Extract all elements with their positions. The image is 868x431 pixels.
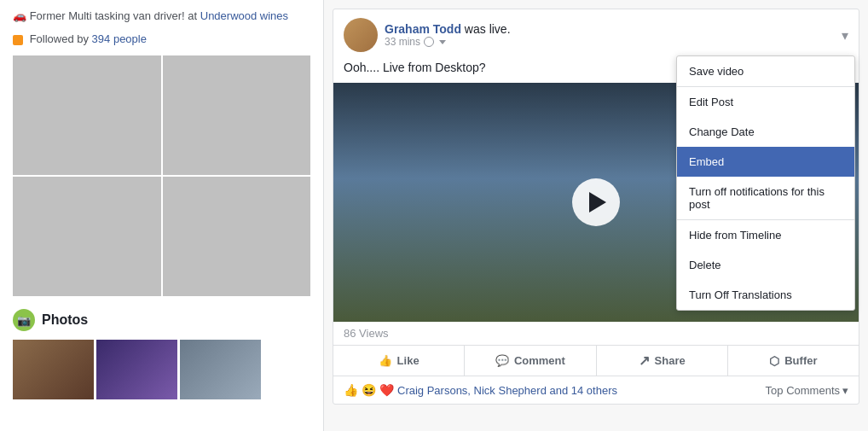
post-meta: Graham Todd was live. 33 mins xyxy=(385,22,842,48)
buffer-button[interactable]: Buffer xyxy=(728,346,859,376)
rss-icon xyxy=(13,35,23,45)
reactions-names[interactable]: Craig Parsons, Nick Shepherd and 14 othe… xyxy=(397,384,617,397)
menu-item-turn-off-translations[interactable]: Turn Off Translations xyxy=(677,280,854,310)
post-time: 33 mins xyxy=(385,36,842,48)
post-options-chevron[interactable]: ▾ xyxy=(842,27,848,44)
menu-item-embed[interactable]: Embed xyxy=(677,147,854,177)
post-header: Graham Todd was live. 33 mins ▾ xyxy=(333,9,859,61)
comment-icon xyxy=(495,354,509,367)
photos-section-header: 📷 Photos xyxy=(13,309,310,331)
photo-grid xyxy=(13,55,310,296)
photo-thumbnails xyxy=(13,340,310,399)
comment-button[interactable]: Comment xyxy=(465,346,596,376)
avatar xyxy=(344,18,378,52)
sidebar: 🚗 Former Multi tasking van driver! at Un… xyxy=(0,0,324,431)
globe-icon xyxy=(424,37,434,47)
top-comments-caret: ▾ xyxy=(842,384,848,397)
like-icon xyxy=(379,354,392,367)
share-icon xyxy=(639,352,650,369)
main-content: Graham Todd was live. 33 mins ▾ Ooh.... … xyxy=(324,0,868,431)
play-button[interactable] xyxy=(572,178,620,226)
bio-link[interactable]: Underwood wines xyxy=(200,9,288,22)
top-comments-dropdown[interactable]: Top Comments ▾ xyxy=(766,384,848,397)
photo-grid-item-2[interactable] xyxy=(163,55,311,175)
like-button[interactable]: Like xyxy=(333,346,465,376)
menu-item-edit-post[interactable]: Edit Post xyxy=(677,87,854,117)
photo-grid-item-4[interactable] xyxy=(163,177,311,296)
menu-item-change-date[interactable]: Change Date xyxy=(677,117,854,147)
post-author[interactable]: Graham Todd xyxy=(385,22,461,36)
follow-info: Followed by 394 people xyxy=(13,32,310,45)
follow-count-link[interactable]: 394 people xyxy=(92,32,147,45)
post-author-suffix: was live. xyxy=(465,22,511,36)
photos-label: Photos xyxy=(42,312,88,328)
haha-reaction: 😆 xyxy=(362,383,376,397)
menu-item-delete[interactable]: Delete xyxy=(677,250,854,280)
like-reaction: 👍 xyxy=(344,383,358,397)
menu-item-turn-off-notifications[interactable]: Turn off notifications for this post xyxy=(677,177,854,219)
heart-reaction: ❤️ xyxy=(379,383,394,397)
menu-item-save-video[interactable]: Save video xyxy=(677,56,854,86)
photos-icon: 📷 xyxy=(13,309,35,331)
photo-thumb-1[interactable] xyxy=(13,340,94,399)
buffer-icon xyxy=(769,354,779,368)
photo-grid-item-3[interactable] xyxy=(13,177,161,296)
photo-thumb-3[interactable] xyxy=(180,340,261,399)
bio-text: 🚗 Former Multi tasking van driver! at Un… xyxy=(13,9,310,24)
photo-grid-item-1[interactable] xyxy=(13,55,161,175)
post-actions: Like Comment Share Buffer xyxy=(333,346,859,376)
reactions: 👍 😆 ❤️ Craig Parsons, Nick Shepherd and … xyxy=(344,383,617,397)
post-context-menu: Save video Edit Post Change Date Embed T… xyxy=(676,55,855,311)
share-button[interactable]: Share xyxy=(597,346,728,376)
caret-icon xyxy=(439,40,446,44)
menu-item-hide-from-timeline[interactable]: Hide from Timeline xyxy=(677,220,854,250)
post-footer: 👍 😆 ❤️ Craig Parsons, Nick Shepherd and … xyxy=(333,376,859,404)
post-views: 86 Views xyxy=(333,322,859,346)
photo-thumb-2[interactable] xyxy=(96,340,177,399)
